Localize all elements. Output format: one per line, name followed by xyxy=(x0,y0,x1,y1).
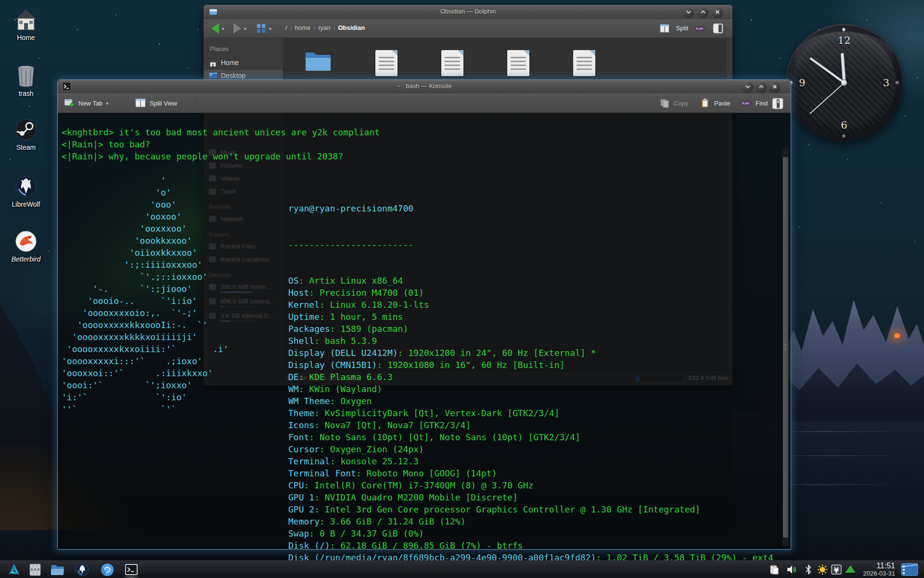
new-tab-button[interactable]: New Tab ▾ xyxy=(64,93,108,113)
split-view-label: Split View xyxy=(150,100,177,107)
analog-clock-widget[interactable]: 12 3 6 9 xyxy=(785,24,903,142)
show-desktop-pager[interactable] xyxy=(901,563,918,578)
split-view-button[interactable]: Split View xyxy=(135,93,177,113)
fetch-label: Terminal Font xyxy=(288,468,356,478)
desktop-icon-trash[interactable]: trash xyxy=(6,64,46,97)
clipboard-tray-button[interactable] xyxy=(769,564,780,577)
terminal-area[interactable]: <knghtbrd> it's too bad most ancient uni… xyxy=(58,113,791,549)
tray-expand-icon[interactable] xyxy=(845,565,856,573)
taskbar-file-cabinet-button[interactable] xyxy=(28,563,42,577)
artix-menu-icon xyxy=(7,563,21,577)
forward-dropdown-icon[interactable]: ▾ xyxy=(244,26,246,31)
irc-line: <knghtbrd> it's too bad most ancient uni… xyxy=(62,126,380,138)
minimize-icon xyxy=(744,83,751,90)
fetch-value: : 1589 (pacman) xyxy=(330,324,409,334)
fetch-user-host: ryan@ryan-precisionm4700 xyxy=(288,202,773,214)
split-icon[interactable] xyxy=(659,23,670,34)
scrollbar-thumb[interactable] xyxy=(783,157,788,538)
paste-button[interactable]: Paste xyxy=(700,93,730,113)
minimize-icon xyxy=(685,9,692,15)
view-mode-icon[interactable] xyxy=(256,23,267,34)
document-file-icon[interactable] xyxy=(441,50,463,76)
sidebar-item-home[interactable]: Home xyxy=(208,57,281,68)
konsole-minimize-button[interactable] xyxy=(743,81,753,92)
fetch-separator: ------------------------ xyxy=(288,238,773,250)
stars xyxy=(0,0,1,1)
document-file-icon[interactable] xyxy=(573,50,595,76)
dolphin-titlebar[interactable]: Obsidian — Dolphin xyxy=(204,5,732,20)
chromium-icon xyxy=(100,563,115,577)
split-view-icon xyxy=(135,97,146,109)
clock-bead-12 xyxy=(842,28,846,31)
doc-text-line xyxy=(577,65,592,66)
split-button[interactable]: Split xyxy=(676,25,688,32)
fetch-entry: Cursor: Oxygen_Zion (24px) xyxy=(288,443,773,455)
fetch-value: : 924x578 in 24", 60 Hz [External] * xyxy=(398,348,596,358)
breadcrumb-obsidian[interactable]: Obsidian xyxy=(338,24,365,31)
volume-tray-button[interactable] xyxy=(786,564,797,577)
taskbar-clock[interactable]: 11:51 2026-03-31 xyxy=(863,562,896,577)
doc-text-line xyxy=(379,57,394,58)
view-dropdown-icon[interactable]: ▾ xyxy=(269,26,271,31)
document-file-icon[interactable] xyxy=(375,50,398,76)
fetch-label: Display (CMN15B1) xyxy=(288,360,377,370)
fetch-entries: OS: Artix Linux x86_64Host: Precision M4… xyxy=(288,275,773,578)
pager-icon xyxy=(901,563,918,576)
desktop-icon-librewolf[interactable]: LibreWolf xyxy=(6,174,46,208)
new-tab-dropdown-icon[interactable]: ▾ xyxy=(106,101,108,106)
profile-panel-icon[interactable] xyxy=(771,97,784,110)
fetch-value: : NVIDIA Quadro M2200 Mobile [Discrete] xyxy=(314,492,518,502)
breadcrumb-home[interactable]: home xyxy=(295,24,311,31)
irc-line: <|Rain|> too bad? xyxy=(62,138,380,150)
scrollbar-grip xyxy=(784,344,786,345)
back-button[interactable] xyxy=(211,23,219,34)
clock-numeral-3: 3 xyxy=(883,77,889,89)
konsole-window[interactable]: ~ : bash — Konsole New Tab ▾ xyxy=(57,79,791,550)
taskbar-date: 2026-03-31 xyxy=(863,570,896,577)
fetch-label: Uptime xyxy=(288,312,320,322)
forward-button[interactable] xyxy=(233,23,241,34)
find-icon[interactable] xyxy=(694,23,706,35)
app-launcher-button[interactable] xyxy=(7,563,21,577)
fetch-entry: Uptime: 1 hour, 5 mins xyxy=(288,311,773,323)
fetch-label: GPU 1 xyxy=(288,492,314,502)
artix-ascii-logo: ' 'o' 'ooo' 'ooxoo' 'ooxxxoo' 'oookkxxoo… xyxy=(62,174,229,415)
taskbar-chromium-button[interactable] xyxy=(100,563,115,577)
fetch-value: : Oxygen xyxy=(330,396,372,406)
back-dropdown-icon[interactable]: ▾ xyxy=(222,26,224,31)
dolphin-maximize-button[interactable] xyxy=(698,7,708,17)
desktop-icon-steam[interactable]: Steam xyxy=(6,118,46,151)
terminal-scrollbar[interactable] xyxy=(783,147,789,546)
panel-toggle-icon[interactable] xyxy=(712,23,724,34)
fetch-value: : Intel(R) Core(TM) i7-3740QM (8) @ 3.70… xyxy=(304,480,534,490)
fetch-label: Display (DELL U2412M) xyxy=(288,348,398,358)
desktop-icon-betterbird[interactable]: Betterbird xyxy=(6,229,46,263)
fetch-label: CPU xyxy=(288,480,304,490)
konsole-titlebar[interactable]: ~ : bash — Konsole xyxy=(58,80,791,94)
folder-icon xyxy=(50,563,64,577)
taskbar-konsole-button[interactable] xyxy=(124,563,139,577)
fetch-label: Terminal xyxy=(288,456,330,466)
fetch-label: Theme xyxy=(288,408,314,418)
fetch-value: : KWin (Wayland) xyxy=(299,384,382,394)
bluetooth-tray-button[interactable] xyxy=(804,564,813,577)
brightness-tray-button[interactable] xyxy=(817,564,828,577)
konsole-maximize-button[interactable] xyxy=(756,81,767,92)
dolphin-minimize-button[interactable] xyxy=(683,7,694,17)
copy-button[interactable]: Copy xyxy=(659,93,688,113)
doc-text-line xyxy=(577,61,592,62)
doc-text-line xyxy=(445,57,460,58)
dolphin-close-button[interactable] xyxy=(712,7,723,17)
taskbar-librewolf-button[interactable] xyxy=(75,563,90,577)
clock-bead-6 xyxy=(842,134,846,138)
librewolf-icon xyxy=(14,174,38,198)
breadcrumb-ryan[interactable]: ryan xyxy=(318,24,330,31)
battery-tray-button[interactable] xyxy=(831,564,842,577)
doc-text-line xyxy=(511,68,526,70)
document-file-icon[interactable] xyxy=(507,50,529,76)
konsole-close-button[interactable] xyxy=(770,81,780,92)
page-corner xyxy=(458,50,463,56)
find-button[interactable]: Find xyxy=(740,93,768,113)
desktop-icon-home[interactable]: Home xyxy=(6,8,46,41)
taskbar-dolphin-button[interactable] xyxy=(50,563,64,577)
